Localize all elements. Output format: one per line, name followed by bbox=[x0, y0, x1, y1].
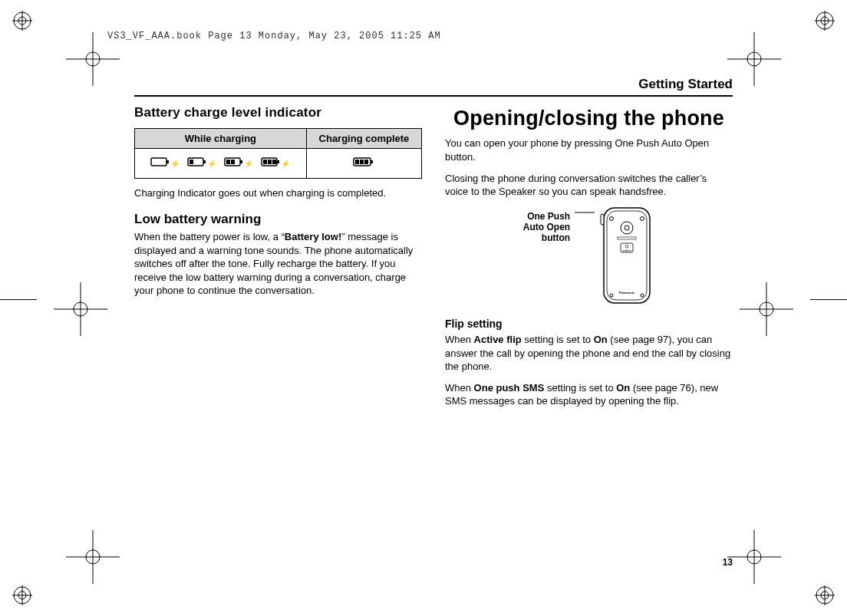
battery-charging-sequence-icon: ⚡ ⚡ ⚡ ⚡ bbox=[140, 156, 302, 171]
th-charging-complete: Charging complete bbox=[306, 128, 421, 149]
text-flip-active: When Active flip setting is set to On (s… bbox=[445, 333, 733, 374]
divider bbox=[134, 95, 733, 97]
text: One Push bbox=[527, 211, 570, 222]
svg-rect-37 bbox=[190, 160, 193, 164]
svg-rect-45 bbox=[268, 160, 272, 164]
text-low-battery: When the battery power is low, a “Batter… bbox=[134, 230, 422, 298]
text-bold: On bbox=[616, 382, 630, 394]
callout-leader-icon bbox=[575, 206, 595, 222]
running-head: Getting Started bbox=[134, 77, 733, 92]
left-column: Battery charge level indicator While cha… bbox=[134, 104, 422, 416]
crosshair-icon bbox=[727, 32, 781, 86]
crosshair-icon bbox=[740, 282, 793, 336]
registration-mark-icon bbox=[12, 585, 32, 605]
crosshair-icon bbox=[66, 530, 120, 584]
svg-rect-46 bbox=[272, 160, 276, 164]
svg-rect-34 bbox=[151, 158, 166, 166]
print-stamp: VS3_VF_AAA.book Page 13 Monday, May 23, … bbox=[107, 31, 441, 41]
battery-full-icon bbox=[353, 156, 374, 171]
text-bold: Battery low! bbox=[285, 231, 341, 242]
text-bold: One push SMS bbox=[474, 382, 545, 394]
registration-mark-icon bbox=[815, 11, 835, 31]
cell-while-charging: ⚡ ⚡ ⚡ ⚡ bbox=[135, 149, 307, 179]
svg-rect-35 bbox=[166, 160, 169, 163]
svg-rect-47 bbox=[277, 160, 279, 163]
heading-low-battery: Low battery warning bbox=[134, 211, 422, 229]
heading-flip-setting: Flip setting bbox=[445, 317, 733, 331]
text-bold: On bbox=[594, 334, 608, 345]
svg-rect-44 bbox=[263, 160, 267, 164]
svg-rect-41 bbox=[231, 160, 235, 164]
text-open: You can open your phone by pressing One … bbox=[445, 137, 733, 163]
crosshair-icon bbox=[727, 530, 781, 584]
svg-rect-50 bbox=[360, 160, 364, 164]
phone-figure: One Push Auto Open button bbox=[445, 206, 733, 310]
heading-open-close: Opening/closing the phone bbox=[445, 104, 733, 132]
text-close: Closing the phone during conversation sw… bbox=[445, 172, 733, 199]
svg-rect-49 bbox=[355, 160, 359, 164]
callout-label: One Push Auto Open button bbox=[523, 211, 570, 244]
svg-rect-54 bbox=[604, 208, 650, 303]
phone-closed-icon: vodafone Panasonic bbox=[599, 206, 654, 310]
svg-text:Panasonic: Panasonic bbox=[619, 291, 635, 295]
crosshair-icon bbox=[54, 282, 107, 336]
text-indicator-note: Charging Indicator goes out when chargin… bbox=[134, 186, 422, 200]
text: When bbox=[445, 382, 474, 394]
registration-mark-icon bbox=[815, 585, 835, 605]
text: When bbox=[445, 334, 474, 345]
svg-text:vodafone: vodafone bbox=[622, 249, 632, 252]
cell-charging-complete bbox=[306, 149, 421, 179]
svg-rect-56 bbox=[601, 214, 604, 225]
crop-tick-icon bbox=[0, 299, 37, 300]
columns: Battery charge level indicator While cha… bbox=[134, 104, 733, 416]
text: Auto Open bbox=[523, 222, 570, 232]
text: setting is set to bbox=[544, 382, 616, 394]
right-column: Opening/closing the phone You can open y… bbox=[445, 104, 733, 416]
svg-rect-51 bbox=[364, 160, 368, 164]
content-area: Getting Started Battery charge level ind… bbox=[134, 77, 733, 568]
svg-rect-52 bbox=[371, 160, 373, 163]
svg-rect-42 bbox=[240, 160, 242, 163]
crop-tick-icon bbox=[810, 299, 847, 300]
charging-table: While charging Charging complete ⚡ ⚡ ⚡ ⚡ bbox=[134, 128, 422, 180]
page-number: 13 bbox=[723, 557, 733, 568]
svg-rect-38 bbox=[203, 160, 206, 163]
registration-mark-icon bbox=[12, 11, 32, 31]
text: When the battery power is low, a “ bbox=[134, 231, 285, 242]
text: button bbox=[542, 232, 570, 243]
text-bold: Active flip bbox=[474, 334, 522, 345]
th-while-charging: While charging bbox=[135, 128, 307, 149]
svg-rect-40 bbox=[226, 160, 230, 164]
text: setting is set to bbox=[522, 334, 594, 345]
heading-battery-indicator: Battery charge level indicator bbox=[134, 104, 422, 122]
text-flip-sms: When One push SMS setting is set to On (… bbox=[445, 381, 733, 408]
page: VS3_VF_AAA.book Page 13 Monday, May 23, … bbox=[0, 0, 847, 616]
